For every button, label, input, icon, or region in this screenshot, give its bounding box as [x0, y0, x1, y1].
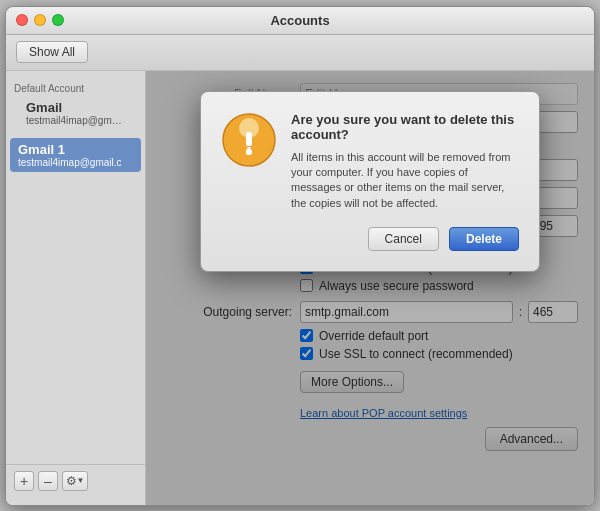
traffic-lights — [16, 14, 64, 26]
default-account-section: Default Account Gmail testmail4imap@gmai… — [6, 79, 145, 136]
account-email-gmail1: testmail4imap@gmail.c — [18, 157, 133, 168]
remove-account-button[interactable]: – — [38, 471, 58, 491]
close-button[interactable] — [16, 14, 28, 26]
toolbar: Show All — [6, 35, 594, 71]
chevron-down-icon: ▼ — [77, 476, 85, 485]
window-title: Accounts — [270, 13, 329, 28]
account-name-gmail: Gmail — [26, 100, 125, 115]
account-name-gmail1: Gmail 1 — [18, 142, 133, 157]
delete-confirmation-dialog: ! Are you sure you want to delete this a… — [200, 91, 540, 273]
title-bar: Accounts — [6, 7, 594, 35]
svg-rect-3 — [246, 132, 252, 146]
sidebar-item-gmail1[interactable]: Gmail 1 testmail4imap@gmail.c — [10, 138, 141, 172]
add-account-button[interactable]: + — [14, 471, 34, 491]
dialog-title: Are you sure you want to delete this acc… — [291, 112, 519, 142]
dialog-message: All items in this account will be remove… — [291, 150, 519, 212]
content-area: Default Account Gmail testmail4imap@gmai… — [6, 71, 594, 505]
default-account-label: Default Account — [14, 83, 137, 94]
maximize-button[interactable] — [52, 14, 64, 26]
warning-icon: ! — [221, 112, 277, 168]
sidebar: Default Account Gmail testmail4imap@gmai… — [6, 71, 146, 505]
dialog-overlay: ! Are you sure you want to delete this a… — [146, 71, 594, 505]
gear-menu-button[interactable]: ⚙ ▼ — [62, 471, 88, 491]
dialog-buttons: Cancel Delete — [221, 227, 519, 251]
svg-rect-4 — [246, 149, 252, 155]
account-email-gmail: testmail4imap@gmail.c — [26, 115, 125, 126]
sidebar-item-gmail[interactable]: Gmail testmail4imap@gmail.c — [18, 96, 133, 130]
main-panel: Full Name: E-mail address: Server inform… — [146, 71, 594, 505]
minimize-button[interactable] — [34, 14, 46, 26]
show-all-button[interactable]: Show All — [16, 41, 88, 63]
delete-button[interactable]: Delete — [449, 227, 519, 251]
sidebar-controls: + – ⚙ ▼ — [6, 464, 145, 497]
dialog-text: Are you sure you want to delete this acc… — [291, 112, 519, 212]
dialog-content: ! Are you sure you want to delete this a… — [221, 112, 519, 212]
accounts-window: Accounts Show All Default Account Gmail … — [5, 6, 595, 506]
cancel-button[interactable]: Cancel — [368, 227, 439, 251]
